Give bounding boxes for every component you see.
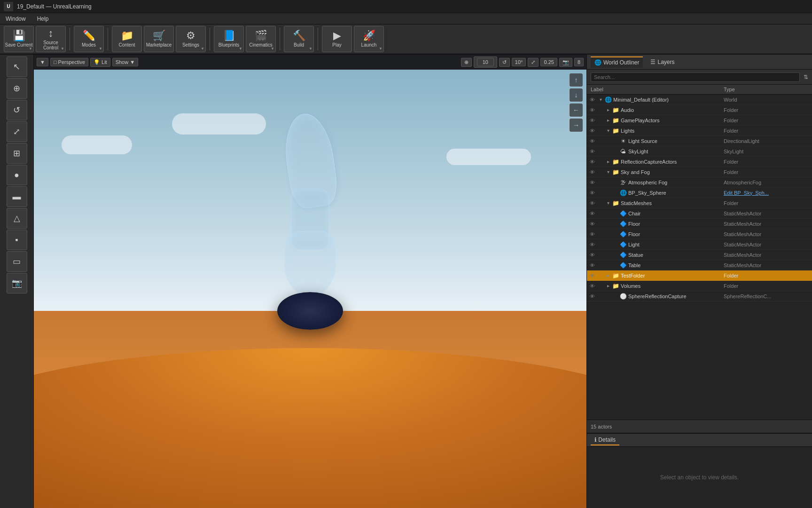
visibility-icon[interactable]: 👁	[587, 252, 597, 258]
sidebar-select-icon[interactable]: ↖	[7, 56, 27, 77]
camera-speed-btn[interactable]: 📷	[559, 58, 572, 67]
rotate-value-btn[interactable]: 10°	[512, 58, 526, 66]
tree-row[interactable]: 👁▾📁LightsFolder	[587, 126, 812, 136]
marketplace-button[interactable]: 🛒 Marketplace	[144, 26, 174, 52]
scale-value-btn[interactable]: 0.25	[540, 58, 557, 66]
snap-grid-btn[interactable]: 10	[474, 56, 497, 68]
scale-snap-btn[interactable]: ⤢	[528, 58, 539, 67]
expand-icon[interactable]: ▸	[605, 107, 611, 112]
build-button[interactable]: 🔨 Build ▼	[284, 26, 314, 52]
layers-tab[interactable]: ☰ Layers	[647, 57, 678, 67]
visibility-icon[interactable]: 👁	[587, 242, 597, 247]
visibility-icon[interactable]: 👁	[587, 128, 597, 134]
tree-row[interactable]: 👁🌤SkyLightSkyLight	[587, 146, 812, 157]
sidebar-camera-icon[interactable]: 📷	[7, 273, 27, 294]
tree-row[interactable]: 👁🌐BP_Sky_SphereEdit BP_Sky_Sph...	[587, 188, 812, 198]
show-button[interactable]: Show ▼	[112, 58, 138, 66]
expand-icon[interactable]: ▸	[605, 118, 611, 123]
source-control-button[interactable]: ↕ Source Control ▼	[36, 26, 66, 52]
item-type: StaticMeshActor	[724, 242, 808, 247]
visibility-icon[interactable]: 👁	[587, 107, 597, 113]
details-tab[interactable]: ℹ Details	[591, 435, 619, 445]
viewport-options-button[interactable]: ▼	[37, 58, 48, 66]
tree-row[interactable]: 👁🔷ChairStaticMeshActor	[587, 208, 812, 219]
visibility-icon[interactable]: 👁	[587, 97, 597, 103]
expand-icon[interactable]: ▾	[605, 128, 611, 133]
tree-row[interactable]: 👁▸📁VolumesFolder	[587, 281, 812, 291]
visibility-icon[interactable]: 👁	[587, 138, 597, 144]
menu-help[interactable]: Help	[35, 15, 51, 23]
save-current-button[interactable]: 💾 Save Current ▼	[4, 26, 34, 52]
cinematics-button[interactable]: 🎬 Cinematics ▼	[246, 26, 276, 52]
sidebar-cone-icon[interactable]: △	[7, 208, 27, 229]
expand-icon[interactable]: ▾	[605, 169, 611, 175]
visibility-icon[interactable]: 👁	[587, 221, 597, 227]
visibility-icon[interactable]: 👁	[587, 149, 597, 154]
expand-icon[interactable]: ▾	[605, 200, 611, 206]
tree-row[interactable]: 👁▾🌐Minimal_Default (Editor)World	[587, 95, 812, 105]
tree-row[interactable]: 👁🔷LightStaticMeshActor	[587, 239, 812, 250]
nav-left-btn[interactable]: ←	[570, 103, 583, 117]
tree-row[interactable]: 👁☀Light SourceDirectionalLight	[587, 136, 812, 146]
rotate-snap-btn[interactable]: ↺	[499, 58, 510, 67]
visibility-icon[interactable]: 👁	[587, 159, 597, 165]
visibility-icon[interactable]: 👁	[587, 180, 597, 185]
modes-button[interactable]: ✏️ Modes ▼	[74, 26, 104, 52]
expand-icon[interactable]: ▾	[597, 97, 604, 102]
tree-row[interactable]: 👁▾📁Sky and FogFolder	[587, 167, 812, 177]
search-input[interactable]	[591, 72, 800, 82]
item-type: Folder	[724, 169, 808, 175]
sidebar-plane-icon[interactable]: ▭	[7, 251, 27, 272]
visibility-icon[interactable]: 👁	[587, 231, 597, 237]
lit-button[interactable]: 💡 Lit	[90, 58, 110, 67]
blueprints-button[interactable]: 📘 Blueprints ▼	[214, 26, 244, 52]
tree-row[interactable]: 👁⚪SphereReflectionCaptureSphereReflectio…	[587, 291, 812, 302]
tree-row[interactable]: 👁▸📁ReflectionCaptureActorsFolder	[587, 157, 812, 167]
stat-btn[interactable]: 8	[574, 58, 584, 66]
sort-icon[interactable]: ⇅	[804, 74, 808, 80]
tree-row[interactable]: 👁▸📁AudioFolder	[587, 105, 812, 115]
nav-down-btn[interactable]: ↓	[570, 88, 583, 102]
menu-window[interactable]: Window	[4, 15, 28, 23]
visibility-icon[interactable]: 👁	[587, 190, 597, 196]
visibility-icon[interactable]: 👁	[587, 262, 597, 268]
visibility-icon[interactable]: 👁	[587, 211, 597, 216]
visibility-icon[interactable]: 👁	[587, 294, 597, 299]
sidebar-rotate-icon[interactable]: ↺	[7, 100, 27, 120]
viewport-area[interactable]: ▼ □ Perspective 💡 Lit Show ▼ ⊕ 10 ↺ 10°	[34, 55, 586, 508]
tree-row[interactable]: 👁🔷TableStaticMeshActor	[587, 260, 812, 270]
nav-up-btn[interactable]: ↑	[570, 73, 583, 87]
expand-icon[interactable]: ▸	[605, 273, 611, 278]
sidebar-transform-icon[interactable]: ⊞	[7, 143, 27, 164]
tree-row[interactable]: 👁🌫Atmospheric FogAtmosphericFog	[587, 177, 812, 188]
expand-icon[interactable]: ▸	[605, 283, 611, 288]
content-button[interactable]: 📁 Content	[112, 26, 142, 52]
settings-button[interactable]: ⚙ Settings ▼	[176, 26, 206, 52]
tree-row[interactable]: 👁🔷FloorStaticMeshActor	[587, 219, 812, 229]
settings-arrow-icon: ▼	[201, 47, 204, 51]
sidebar-sphere-icon[interactable]: ●	[7, 165, 27, 185]
tree-row[interactable]: 👁▸📁GamePlayActorsFolder	[587, 115, 812, 126]
tree-row[interactable]: 👁▸📁TestFolderFolder	[587, 270, 812, 281]
expand-icon[interactable]: ▸	[605, 159, 611, 164]
translate-snap-btn[interactable]: ⊕	[461, 58, 472, 67]
item-type[interactable]: Edit BP_Sky_Sph...	[724, 190, 808, 196]
sidebar-cylinder-icon[interactable]: ▬	[7, 186, 27, 207]
sidebar-scale-icon[interactable]: ⤢	[7, 121, 27, 142]
launch-button[interactable]: 🚀 Launch ▼	[354, 26, 384, 52]
sidebar-move-icon[interactable]: ⊕	[7, 78, 27, 99]
play-button[interactable]: ▶ Play	[322, 26, 352, 52]
visibility-icon[interactable]: 👁	[587, 169, 597, 175]
visibility-icon[interactable]: 👁	[587, 200, 597, 206]
world-outliner-tab[interactable]: 🌐 World Outliner	[591, 56, 643, 68]
nav-right-btn[interactable]: →	[570, 119, 583, 132]
tree-row[interactable]: 👁▾📁StaticMeshesFolder	[587, 198, 812, 208]
sidebar-cube-icon[interactable]: ▪	[7, 230, 27, 250]
visibility-icon[interactable]: 👁	[587, 283, 597, 289]
play-icon: ▶	[333, 31, 341, 41]
tree-row[interactable]: 👁🔷FloorStaticMeshActor	[587, 229, 812, 239]
perspective-button[interactable]: □ Perspective	[50, 58, 88, 66]
visibility-icon[interactable]: 👁	[587, 273, 597, 278]
tree-row[interactable]: 👁🔷StatueStaticMeshActor	[587, 250, 812, 260]
visibility-icon[interactable]: 👁	[587, 118, 597, 123]
